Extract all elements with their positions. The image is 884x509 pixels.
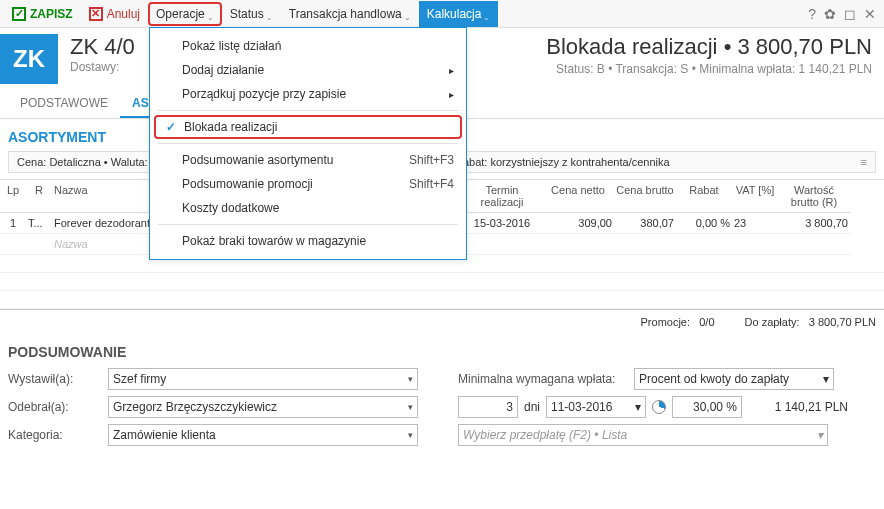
- maximize-icon[interactable]: ◻: [844, 6, 856, 22]
- col-lp[interactable]: Lp: [0, 180, 26, 213]
- received-label: Odebrał(a):: [8, 400, 108, 414]
- top-toolbar: ✓ ZAPISZ ✕ Anuluj Operacje ⌄ Status ⌄ Tr…: [0, 0, 884, 28]
- topay-label: Do zapłaty:: [745, 316, 800, 328]
- status-menu-button[interactable]: Status ⌄: [222, 1, 281, 27]
- category-label: Kategoria:: [8, 428, 108, 442]
- cancel-label: Anuluj: [107, 7, 140, 21]
- promo-value: 0/0: [699, 316, 714, 328]
- check-icon: ✓: [166, 120, 176, 134]
- calculation-label: Kalkulacja: [427, 7, 482, 21]
- chevron-down-icon: ⌄: [207, 13, 214, 22]
- header-summary: Blokada realizacji • 3 800,70 PLN: [546, 34, 872, 60]
- operations-label: Operacje: [156, 7, 205, 21]
- days-unit: dni: [524, 400, 540, 414]
- days-input[interactable]: 3: [458, 396, 518, 418]
- promo-label: Promocje:: [641, 316, 691, 328]
- chevron-right-icon: ▸: [449, 65, 454, 76]
- x-icon: ✕: [89, 7, 103, 21]
- cancel-button[interactable]: ✕ Anuluj: [81, 1, 148, 27]
- menu-separator: [158, 110, 458, 111]
- col-netto[interactable]: Cena netto: [542, 180, 614, 213]
- cell-lp: 1: [0, 213, 26, 234]
- menu-separator: [158, 224, 458, 225]
- col-rabat[interactable]: Rabat: [676, 180, 732, 213]
- chevron-down-icon: ▾: [823, 372, 829, 386]
- chevron-down-icon: ▾: [817, 428, 823, 442]
- issued-select[interactable]: Szef firmy▾: [108, 368, 418, 390]
- col-brutto[interactable]: Cena brutto: [614, 180, 676, 213]
- received-select[interactable]: Grzegorz Brzęczyszczykiewicz▾: [108, 396, 418, 418]
- window-controls: ? ✿ ◻ ✕: [808, 6, 884, 22]
- cell-r: T...: [26, 213, 52, 234]
- save-label: ZAPISZ: [30, 7, 73, 21]
- table-row-blank: [0, 291, 884, 309]
- table-row-blank: [0, 273, 884, 291]
- operations-dropdown: Pokaż listę działań Dodaj działanie▸ Por…: [149, 27, 467, 260]
- cell-rabat: 0,00 %: [676, 213, 732, 234]
- save-button[interactable]: ✓ ZAPISZ: [4, 1, 81, 27]
- menu-icon: ≡: [861, 156, 867, 168]
- chevron-down-icon: ▾: [408, 430, 413, 440]
- chevron-down-icon: ⌄: [483, 13, 490, 22]
- cell-vat: 23: [732, 213, 778, 234]
- help-icon[interactable]: ?: [808, 6, 816, 22]
- payment-type-select[interactable]: Procent od kwoty do zapłaty▾: [634, 368, 834, 390]
- chevron-down-icon: ▾: [635, 400, 641, 414]
- menu-sort-positions[interactable]: Porządkuj pozycje przy zapisie▸: [150, 82, 466, 106]
- menu-separator: [158, 143, 458, 144]
- chevron-down-icon: ⌄: [404, 13, 411, 22]
- transaction-label: Transakcja handlowa: [289, 7, 402, 21]
- menu-summary-promo[interactable]: Podsumowanie promocjiShift+F4: [150, 172, 466, 196]
- rabat-filter[interactable]: Rabat: korzystniejszy z kontrahenta/cenn…: [446, 151, 876, 173]
- chevron-right-icon: ▸: [449, 89, 454, 100]
- chevron-down-icon: ▾: [408, 402, 413, 412]
- gear-icon[interactable]: ✿: [824, 6, 836, 22]
- calculation-menu-button[interactable]: Kalkulacja ⌄: [419, 1, 499, 27]
- pie-icon: [652, 400, 666, 414]
- col-r[interactable]: R: [26, 180, 52, 213]
- menu-show-shortages[interactable]: Pokaż braki towarów w magazynie: [150, 229, 466, 253]
- close-icon[interactable]: ✕: [864, 6, 876, 22]
- operations-menu-button[interactable]: Operacje ⌄: [148, 2, 222, 26]
- section-summary-title: PODSUMOWANIE: [8, 344, 876, 360]
- grid-footer: Promocje: 0/0 Do zapłaty: 3 800,70 PLN: [0, 309, 884, 334]
- menu-block-realization[interactable]: ✓ Blokada realizacji: [154, 115, 462, 139]
- issued-label: Wystawił(a):: [8, 372, 108, 386]
- category-select[interactable]: Zamówienie klienta▾: [108, 424, 418, 446]
- cell-netto: 309,00: [542, 213, 614, 234]
- prepay-select[interactable]: Wybierz przedpłatę (F2) • Lista▾: [458, 424, 828, 446]
- menu-show-actions[interactable]: Pokaż listę działań: [150, 34, 466, 58]
- menu-extra-costs[interactable]: Koszty dodatkowe: [150, 196, 466, 220]
- doc-subtitle: Dostawy:: [70, 60, 135, 74]
- cell-value: 3 800,70: [778, 213, 850, 234]
- header-status-line: Status: B • Transakcja: S • Minimalna wp…: [546, 62, 872, 76]
- menu-summary-assortment[interactable]: Podsumowanie asortymentuShift+F3: [150, 148, 466, 172]
- min-payment-label: Minimalna wymagana wpłata:: [458, 372, 628, 386]
- topay-value: 3 800,70 PLN: [809, 316, 876, 328]
- doc-type-badge: ZK: [0, 34, 58, 84]
- min-amount-value: 1 140,21 PLN: [748, 400, 848, 414]
- date-input[interactable]: 11-03-2016▾: [546, 396, 646, 418]
- doc-number: ZK 4/0: [70, 34, 135, 60]
- transaction-menu-button[interactable]: Transakcja handlowa ⌄: [281, 1, 419, 27]
- cell-term: 15-03-2016: [462, 213, 542, 234]
- chevron-down-icon: ▾: [408, 374, 413, 384]
- percent-input[interactable]: 30,00 %: [672, 396, 742, 418]
- tab-basic[interactable]: PODSTAWOWE: [8, 90, 120, 118]
- menu-add-action[interactable]: Dodaj działanie▸: [150, 58, 466, 82]
- summary-section: PODSUMOWANIE Wystawił(a): Szef firmy▾ Mi…: [0, 334, 884, 458]
- col-value[interactable]: Wartość brutto (R): [778, 180, 850, 213]
- col-vat[interactable]: VAT [%]: [732, 180, 778, 213]
- col-term[interactable]: Termin realizacji: [462, 180, 542, 213]
- chevron-down-icon: ⌄: [266, 13, 273, 22]
- cell-brutto: 380,07: [614, 213, 676, 234]
- status-label: Status: [230, 7, 264, 21]
- check-icon: ✓: [12, 7, 26, 21]
